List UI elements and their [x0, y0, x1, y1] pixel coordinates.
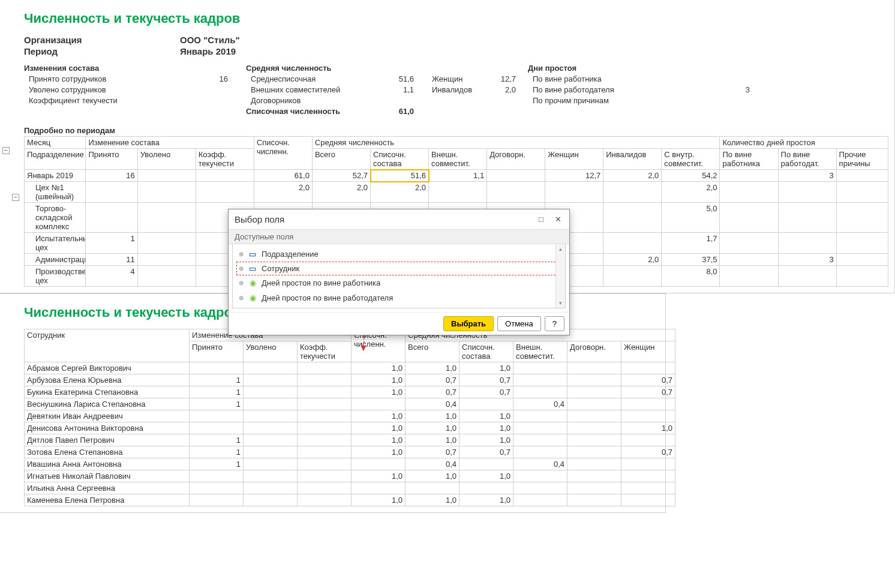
col-idle-other[interactable]: Прочие причины: [836, 149, 888, 170]
col-inner[interactable]: С внутр. совместит.: [662, 149, 720, 170]
cell-d[interactable]: [567, 434, 621, 446]
table-row[interactable]: Арбузова Елена Юрьевна11,00,70,70,7: [25, 374, 675, 386]
cell-emp[interactable]: Игнатьев Николай Павлович: [25, 470, 190, 482]
cell-total[interactable]: 2,0: [312, 182, 370, 203]
outline-collapse-row-icon[interactable]: −: [12, 194, 19, 201]
cell-ie[interactable]: [720, 170, 778, 182]
col-fired[interactable]: Уволено: [137, 149, 196, 170]
expand-icon[interactable]: ⊕: [239, 265, 247, 272]
cell-l[interactable]: 1,0: [352, 494, 406, 506]
cell-c[interactable]: [298, 410, 352, 422]
cell-dept[interactable]: Производственный цех: [25, 266, 86, 287]
cell-io[interactable]: [836, 254, 888, 266]
col-avg[interactable]: Средняя численность: [312, 137, 720, 149]
cancel-button[interactable]: Отмена: [497, 316, 541, 331]
cell-coef[interactable]: [196, 182, 254, 203]
col-inv[interactable]: Инвалидов: [603, 149, 662, 170]
cell-t[interactable]: 1,0: [406, 470, 459, 482]
cell-l[interactable]: 1,0: [352, 446, 406, 458]
cell-e[interactable]: [513, 386, 567, 398]
cell-emp[interactable]: Ивашина Анна Антоновна: [25, 458, 190, 470]
cell-w[interactable]: [621, 410, 675, 422]
field-row[interactable]: ⊕◉Дней простоя по вине работодателя: [233, 290, 565, 305]
cell-w[interactable]: [621, 482, 675, 494]
cell-h[interactable]: [190, 410, 244, 422]
cell-f[interactable]: [244, 374, 298, 386]
outline-collapse-all-icon[interactable]: −: [2, 147, 10, 154]
cell-io[interactable]: [836, 182, 888, 203]
cell-inner[interactable]: 37,5: [662, 254, 720, 266]
cell-hired[interactable]: [86, 182, 137, 203]
cell-ie[interactable]: [720, 203, 778, 233]
cell-coef[interactable]: [196, 170, 254, 182]
cell-h[interactable]: 1: [190, 374, 244, 386]
cell-l[interactable]: 1,0: [352, 362, 406, 374]
table-row[interactable]: Ивашина Анна Антоновна10,40,4: [25, 458, 675, 470]
cell-inv[interactable]: [603, 203, 662, 233]
cell-emp[interactable]: Ильина Анна Сергеевна: [25, 482, 190, 494]
cell-c[interactable]: [298, 458, 352, 470]
cell-hired[interactable]: 4: [86, 266, 137, 287]
cell-t[interactable]: 1,0: [406, 494, 459, 506]
cell-emp[interactable]: Букина Екатерина Степановна: [25, 386, 190, 398]
col2-coef[interactable]: Коэфф. текучести: [298, 341, 352, 362]
cell-ib[interactable]: [778, 266, 836, 287]
cell-f[interactable]: [244, 410, 298, 422]
cell-fired[interactable]: [137, 233, 196, 254]
cell-t[interactable]: 0,4: [406, 398, 459, 410]
cell-f[interactable]: [244, 470, 298, 482]
cell-fired[interactable]: [137, 266, 196, 287]
col-coef[interactable]: Коэфф. текучести: [196, 149, 254, 170]
cell-inner[interactable]: 2,0: [662, 182, 720, 203]
cell-dog[interactable]: [487, 170, 545, 182]
cell-d[interactable]: [567, 362, 621, 374]
cell-d[interactable]: [567, 374, 621, 386]
cell-h[interactable]: [190, 482, 244, 494]
cell-l[interactable]: 1,0: [352, 410, 406, 422]
cell-ie[interactable]: [720, 266, 778, 287]
col-idle-boss[interactable]: По вине работодат.: [778, 149, 836, 170]
help-button[interactable]: ?: [545, 316, 564, 331]
cell-c[interactable]: [298, 422, 352, 434]
cell-h[interactable]: 1: [190, 446, 244, 458]
cell-h[interactable]: 1: [190, 386, 244, 398]
table-row[interactable]: Букина Екатерина Степановна11,00,70,70,7: [25, 386, 675, 398]
cell-lc[interactable]: 0,7: [459, 386, 513, 398]
cell-d[interactable]: [567, 446, 621, 458]
cell-fired[interactable]: [137, 203, 196, 233]
cell-e[interactable]: [513, 470, 567, 482]
cell-t[interactable]: 0,7: [406, 374, 459, 386]
cell-c[interactable]: [298, 446, 352, 458]
cell-c[interactable]: [298, 470, 352, 482]
cell-d[interactable]: [567, 422, 621, 434]
col2-dog[interactable]: Договорн.: [567, 341, 621, 362]
expand-icon[interactable]: ⊕: [239, 251, 247, 257]
table-row[interactable]: Цех №1 (швейный)2,02,02,02,0: [25, 182, 888, 203]
table-row[interactable]: Веснушкина Лариса Степановна10,40,4: [25, 398, 675, 410]
col2-fired[interactable]: Уволено: [244, 341, 298, 362]
cell-h[interactable]: 1: [190, 434, 244, 446]
col-listc[interactable]: Списочн. состава: [371, 149, 429, 170]
cell-c[interactable]: [298, 398, 352, 410]
cell-listc[interactable]: 2,0: [371, 182, 429, 203]
cell-inv[interactable]: [603, 182, 662, 203]
cell-c[interactable]: [298, 374, 352, 386]
col-hired[interactable]: Принято: [86, 149, 137, 170]
cell-emp[interactable]: Девяткин Иван Андреевич: [25, 410, 190, 422]
cell-f[interactable]: [244, 446, 298, 458]
col-idle-emp[interactable]: По вине работника: [720, 149, 778, 170]
cell-e[interactable]: [513, 410, 567, 422]
cell-list[interactable]: 2,0: [254, 182, 312, 203]
cell-f[interactable]: [244, 434, 298, 446]
cell-w[interactable]: [621, 362, 675, 374]
cell-w[interactable]: 0,7: [621, 374, 675, 386]
cell-lc[interactable]: 1,0: [459, 494, 513, 506]
cell-lc[interactable]: 1,0: [459, 434, 513, 446]
cell-inner[interactable]: 5,0: [662, 203, 720, 233]
col-women[interactable]: Женщин: [545, 149, 603, 170]
cell-f[interactable]: [244, 482, 298, 494]
cell-t[interactable]: [406, 482, 459, 494]
cell-emp[interactable]: Каменева Елена Петровна: [25, 494, 190, 506]
cell-ext[interactable]: 1,1: [429, 170, 487, 182]
cell-hired[interactable]: 1: [86, 233, 137, 254]
